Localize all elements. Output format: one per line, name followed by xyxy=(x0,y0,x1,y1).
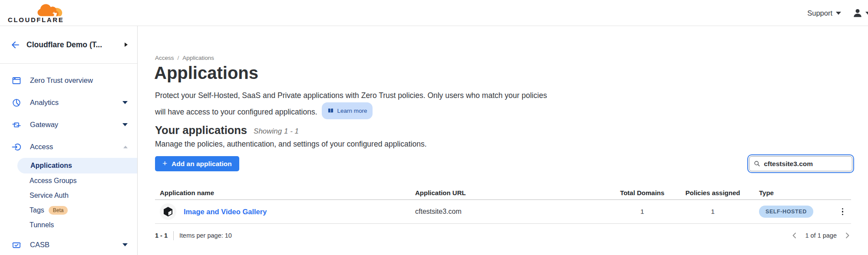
search-box xyxy=(749,156,852,171)
application-name-link[interactable]: Image and Video Gallery xyxy=(184,208,267,216)
type-badge: SELF-HOSTED xyxy=(759,206,813,218)
section-title: Your applications xyxy=(155,124,247,137)
sidebar-item-service-auth[interactable]: Service Auth xyxy=(0,188,137,203)
application-url-value: cftestsite3.com xyxy=(415,208,607,216)
applications-table: Application name Application URL Total D… xyxy=(155,186,851,224)
sidebar-item-label: Access xyxy=(30,143,53,151)
learn-more-badge[interactable]: Learn more xyxy=(322,102,373,119)
sidebar-item-zero-trust-overview[interactable]: Zero Trust overview xyxy=(0,69,137,92)
sidebar-item-label: Gateway xyxy=(30,121,58,129)
cloudflare-cloud-icon xyxy=(37,3,65,18)
add-application-label: Add an application xyxy=(172,160,232,168)
sidebar-subitem-label: Applications xyxy=(30,162,72,170)
support-menu[interactable]: Support xyxy=(807,9,841,17)
column-type: Type xyxy=(749,189,827,196)
support-label: Support xyxy=(807,9,832,17)
sidebar-item-access-groups[interactable]: Access Groups xyxy=(0,173,137,188)
section-description: Manage the policies, authentication, and… xyxy=(155,140,427,149)
chevron-down-icon[interactable] xyxy=(122,101,128,104)
table-row: Image and Video Gallery cftestsite3.com … xyxy=(155,200,851,224)
top-bar: CLOUDFLARE Support xyxy=(0,0,868,26)
user-menu[interactable] xyxy=(852,8,868,18)
column-total-domains: Total Domains xyxy=(607,189,677,196)
sidebar-item-label: CASB xyxy=(30,241,50,249)
column-application-url: Application URL xyxy=(415,189,607,196)
sidebar: Cloudflare Demo (T... Zero Trust overvie… xyxy=(0,26,138,255)
table-footer: 1 - 1 Items per page: 10 1 of 1 page xyxy=(155,229,851,242)
list-controls: + Add an application xyxy=(155,156,852,172)
back-arrow-icon[interactable] xyxy=(10,40,20,49)
policies-assigned-value: 1 xyxy=(677,208,749,216)
items-per-page[interactable]: Items per page: 10 xyxy=(179,232,232,239)
sidebar-subitem-label: Service Auth xyxy=(30,192,69,199)
account-name[interactable]: Cloudflare Demo (T... xyxy=(26,40,102,49)
total-domains-value: 1 xyxy=(607,208,677,216)
topbar-actions: Support xyxy=(807,0,868,26)
sidebar-subitem-label: Access Groups xyxy=(30,177,76,185)
breadcrumb: Access / Applications xyxy=(155,55,214,61)
sidebar-subitem-label: Tags xyxy=(30,206,44,214)
sidebar-item-applications[interactable]: Applications xyxy=(17,158,137,173)
column-policies-assigned: Policies assigned xyxy=(677,189,749,196)
page-status: 1 of 1 page xyxy=(805,232,837,239)
sidebar-item-tags[interactable]: Tags Beta xyxy=(0,203,137,218)
main-content: Access / Applications Applications Prote… xyxy=(138,26,868,255)
app-cube-icon xyxy=(160,203,176,220)
overview-icon xyxy=(12,76,21,85)
expand-right-icon[interactable] xyxy=(125,42,128,47)
chevron-down-icon[interactable] xyxy=(122,243,128,246)
footer-divider xyxy=(173,231,174,240)
chevron-down-icon xyxy=(865,12,868,15)
showing-count: Showing 1 - 1 xyxy=(254,127,299,137)
breadcrumb-applications: Applications xyxy=(182,55,214,61)
pagination: 1 of 1 page xyxy=(791,232,851,239)
page-description: Protect your Self-Hosted, SaaS and Priva… xyxy=(155,89,551,119)
user-icon xyxy=(852,8,863,18)
row-actions-kebab-icon[interactable] xyxy=(840,206,845,217)
column-application-name: Application name xyxy=(155,189,415,196)
casb-icon xyxy=(12,240,21,250)
search-icon xyxy=(754,160,760,167)
section-header: Your applications Showing 1 - 1 xyxy=(155,124,299,137)
beta-badge: Beta xyxy=(49,206,68,215)
analytics-icon xyxy=(12,98,21,108)
cloudflare-logo[interactable]: CLOUDFLARE xyxy=(8,3,65,24)
chevron-down-icon xyxy=(836,12,841,15)
sidebar-item-tunnels[interactable]: Tunnels xyxy=(0,218,137,232)
breadcrumb-separator: / xyxy=(178,55,179,61)
access-icon xyxy=(12,142,21,152)
search-input[interactable] xyxy=(764,160,848,168)
sidebar-item-gateway[interactable]: Gateway xyxy=(0,114,137,136)
plus-icon: + xyxy=(162,159,167,167)
cloudflare-wordmark: CLOUDFLARE xyxy=(8,16,64,23)
book-icon xyxy=(327,108,334,114)
sidebar-item-label: Analytics xyxy=(30,98,59,107)
breadcrumb-access[interactable]: Access xyxy=(155,55,174,61)
account-header: Cloudflare Demo (T... xyxy=(0,26,137,64)
table-header-row: Application name Application URL Total D… xyxy=(155,186,851,200)
chevron-up-icon[interactable] xyxy=(123,146,128,148)
gateway-icon xyxy=(12,120,21,130)
add-application-button[interactable]: + Add an application xyxy=(155,156,239,171)
sidebar-subitem-label: Tunnels xyxy=(30,221,54,229)
next-page-icon[interactable] xyxy=(843,232,851,239)
sidebar-item-access[interactable]: Access xyxy=(0,136,137,158)
page-title: Applications xyxy=(154,63,258,83)
sidebar-item-analytics[interactable]: Analytics xyxy=(0,92,137,114)
items-range: 1 - 1 xyxy=(155,232,168,239)
sidebar-item-label: Zero Trust overview xyxy=(30,76,93,85)
previous-page-icon[interactable] xyxy=(791,232,799,239)
sidebar-nav: Zero Trust overview Analytics Gateway A xyxy=(0,64,137,255)
sidebar-item-casb[interactable]: CASB xyxy=(0,234,137,255)
chevron-down-icon[interactable] xyxy=(122,123,128,126)
learn-more-label: Learn more xyxy=(337,104,367,118)
